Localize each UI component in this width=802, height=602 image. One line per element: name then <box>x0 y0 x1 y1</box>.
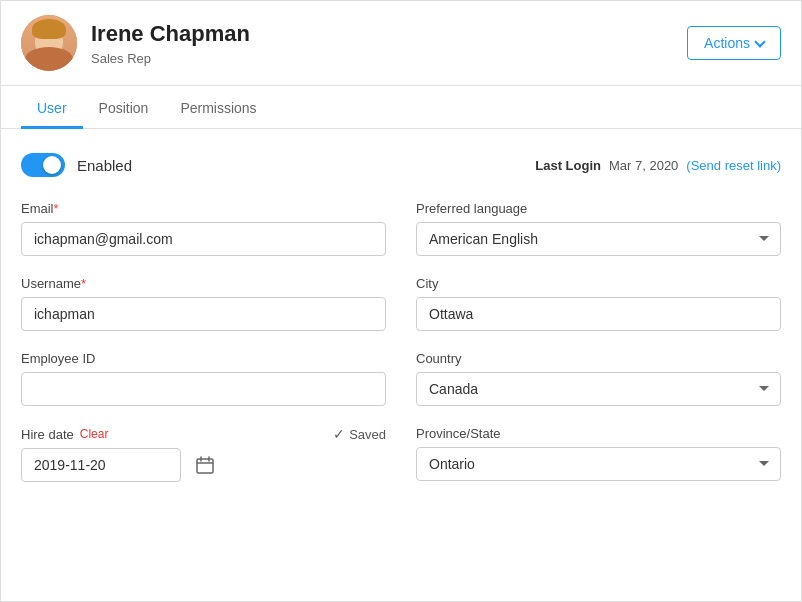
avatar <box>21 15 77 71</box>
saved-label: Saved <box>349 427 386 442</box>
svg-rect-0 <box>197 459 213 473</box>
actions-button[interactable]: Actions <box>687 26 781 60</box>
chevron-down-icon <box>754 36 765 47</box>
tab-permissions[interactable]: Permissions <box>164 90 272 129</box>
employee-id-group: Employee ID <box>21 351 386 406</box>
header: Irene Chapman Sales Rep Actions <box>1 1 801 86</box>
username-label: Username* <box>21 276 386 291</box>
header-info: Irene Chapman Sales Rep <box>91 20 250 66</box>
last-login-label: Last Login <box>535 158 601 173</box>
toggle-row: Enabled Last Login Mar 7, 2020 (Send res… <box>21 153 781 177</box>
hire-date-header-left: Hire date Clear <box>21 427 108 442</box>
username-field[interactable] <box>21 297 386 331</box>
hire-date-label: Hire date <box>21 427 74 442</box>
saved-indicator: ✓ Saved <box>333 426 386 442</box>
last-login-area: Last Login Mar 7, 2020 (Send reset link) <box>535 158 781 173</box>
username-group: Username* <box>21 276 386 331</box>
avatar-image <box>21 15 77 71</box>
actions-label: Actions <box>704 35 750 51</box>
email-label: Email* <box>21 201 386 216</box>
email-field[interactable] <box>21 222 386 256</box>
hire-date-header: Hire date Clear ✓ Saved <box>21 426 386 442</box>
content-area: Enabled Last Login Mar 7, 2020 (Send res… <box>1 129 801 522</box>
country-label: Country <box>416 351 781 366</box>
checkmark-icon: ✓ <box>333 426 345 442</box>
user-name: Irene Chapman <box>91 20 250 49</box>
employee-id-field[interactable] <box>21 372 386 406</box>
tab-user[interactable]: User <box>21 90 83 129</box>
username-required-star: * <box>81 276 86 291</box>
page-container: Irene Chapman Sales Rep Actions User Pos… <box>0 0 802 602</box>
send-reset-link[interactable]: (Send reset link) <box>686 158 781 173</box>
country-group: Country Canada United States United King… <box>416 351 781 406</box>
left-column: Email* Username* Employee ID <box>21 201 386 502</box>
hire-date-field[interactable] <box>21 448 181 482</box>
province-label: Province/State <box>416 426 781 441</box>
toggle-thumb <box>43 156 61 174</box>
province-group: Province/State Ontario Quebec British Co… <box>416 426 781 481</box>
province-select[interactable]: Ontario Quebec British Columbia <box>416 447 781 481</box>
form-grid: Email* Username* Employee ID <box>21 201 781 502</box>
hire-date-clear-link[interactable]: Clear <box>80 427 109 441</box>
tab-position[interactable]: Position <box>83 90 165 129</box>
right-column: Preferred language American English Brit… <box>416 201 781 502</box>
email-group: Email* <box>21 201 386 256</box>
hire-date-group: Hire date Clear ✓ Saved <box>21 426 386 482</box>
employee-id-label: Employee ID <box>21 351 386 366</box>
enabled-toggle[interactable] <box>21 153 65 177</box>
last-login-date: Mar 7, 2020 <box>609 158 678 173</box>
user-title: Sales Rep <box>91 51 250 66</box>
email-required-star: * <box>54 201 59 216</box>
enabled-toggle-group: Enabled <box>21 153 132 177</box>
city-label: City <box>416 276 781 291</box>
calendar-icon[interactable] <box>189 449 221 481</box>
preferred-language-group: Preferred language American English Brit… <box>416 201 781 256</box>
country-select[interactable]: Canada United States United Kingdom <box>416 372 781 406</box>
city-group: City <box>416 276 781 331</box>
city-field[interactable] <box>416 297 781 331</box>
preferred-language-select[interactable]: American English British English French <box>416 222 781 256</box>
preferred-language-label: Preferred language <box>416 201 781 216</box>
date-input-row <box>21 448 386 482</box>
tabs-bar: User Position Permissions <box>1 90 801 129</box>
enabled-label: Enabled <box>77 157 132 174</box>
header-left: Irene Chapman Sales Rep <box>21 15 250 71</box>
